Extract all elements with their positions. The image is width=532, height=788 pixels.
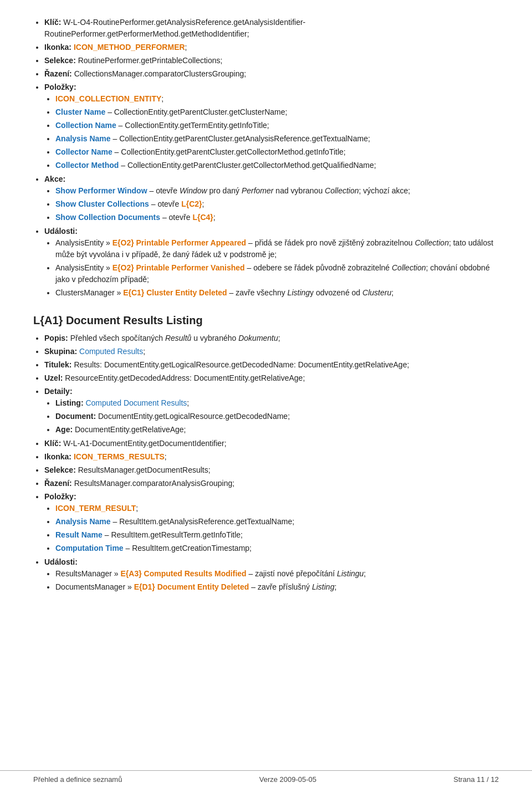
udalosti-label: Události:	[44, 227, 78, 236]
uzel-value: ResourceEntity.getDecodedAddress: Docume…	[65, 373, 305, 382]
icon-collection-entity: ICON_COLLECTION_ENTITY	[55, 94, 161, 103]
event-cluster-deleted: ClustersManager » E{C1} Cluster Entity D…	[55, 287, 499, 299]
list-item: Analysis Name – ResultItem.getAnalysisRe…	[55, 516, 499, 528]
list-item: Selekce: ResultsManager.getDocumentResul…	[44, 464, 499, 476]
lc2-code: L{C2}	[181, 199, 202, 208]
akce-item: Akce: Show Performer Window – otevře Win…	[44, 173, 499, 223]
event-cluster-deleted-label: E{C1} Cluster Entity Deleted	[123, 288, 227, 297]
show-collection-documents-item: Show Collection Documents – otevře L{C4}…	[55, 212, 499, 223]
skupina-label: Skupina:	[44, 347, 79, 356]
udalosti-list: AnalysisEntity » E{O2} Printable Perform…	[55, 237, 499, 299]
akce-list: Show Performer Window – otevře Window pr…	[55, 185, 499, 223]
list-item: Klíč: W-L-A1-DocumentEntity.getDocumentI…	[44, 438, 499, 449]
show-cluster-collections-label: Show Cluster Collections	[55, 199, 149, 208]
list-item: Popis: Přehled všech spočítaných Resultů…	[44, 332, 499, 344]
event-appeared: AnalysisEntity » E{O2} Printable Perform…	[55, 237, 499, 260]
udalosti2-list: ResultsManager » E{A3} Computed Results …	[55, 568, 499, 593]
listing-label: Listing:	[55, 398, 85, 407]
list-item: Klíč: W-L-O4-RoutinePerformer.getAnalysi…	[44, 17, 499, 40]
klic2-label: Klíč:	[44, 439, 63, 448]
list-item: Age: DocumentEntity.getRelativeAge;	[55, 424, 499, 436]
list-item: Řazení: ResultsManager.comparatorAnalysi…	[44, 478, 499, 489]
selekce2-value: ResultsManager.getDocumentResults;	[78, 465, 211, 474]
event-vanished-label: E{O2} Printable Performer Vanished	[112, 263, 245, 272]
ikonka2-value: ICON_TERMS_RESULTS	[74, 452, 165, 461]
razeni2-value: ResultsManager.comparatorAnalysisGroupin…	[74, 479, 234, 488]
list-item: Document: DocumentEntity.getLogicalResou…	[55, 411, 499, 422]
detaily-list: Listing: Computed Document Results; Docu…	[55, 397, 499, 436]
event-vanished: AnalysisEntity » E{O2} Printable Perform…	[55, 262, 499, 285]
list-item: Selekce: RoutinePerformer.getPrintableCo…	[44, 55, 499, 66]
list-item: Analysis Name – CollectionEntity.getPare…	[55, 133, 499, 145]
polozky2-item: Položky: ICON_TERM_RESULT; Analysis Name…	[44, 491, 499, 554]
titulek-value: Results: DocumentEntity.getLogicalResour…	[74, 360, 409, 369]
document-label: Document:	[55, 412, 98, 421]
collector-method-label: Collector Method	[55, 161, 119, 170]
show-cluster-collections-item: Show Cluster Collections – otevře L{C2};	[55, 198, 499, 210]
polozky-item: Položky: ICON_COLLECTION_ENTITY; Cluster…	[44, 81, 499, 171]
main-list: Klíč: W-L-O4-RoutinePerformer.getAnalysi…	[44, 17, 499, 299]
list-item: Ikonka: ICON_TERMS_RESULTS;	[44, 451, 499, 463]
popis-label: Popis:	[44, 334, 70, 342]
list-item: ICON_TERM_RESULT;	[55, 503, 499, 514]
razeni2-label: Řazení:	[44, 479, 74, 488]
list-item: Result Name – ResultItem.getResultTerm.g…	[55, 529, 499, 541]
event-document-deleted-label: E{D1} Document Entity Deleted	[134, 582, 249, 591]
list-item: Collector Method – CollectionEntity.getP…	[55, 160, 499, 171]
list-item: Collection Name – CollectionEntity.getTe…	[55, 120, 499, 131]
footer: Přehled a definice seznamů Verze 2009-05…	[0, 770, 532, 788]
ikonka2-label: Ikonka:	[44, 452, 74, 461]
section2-list: Popis: Přehled všech spočítaných Resultů…	[44, 332, 499, 593]
list-item: Listing: Computed Document Results;	[55, 397, 499, 409]
selekce-value: RoutinePerformer.getPrintableCollections…	[78, 56, 223, 65]
footer-left: Přehled a definice seznamů	[33, 775, 122, 784]
titulek-label: Titulek:	[44, 360, 74, 369]
show-performer-window-label: Show Performer Window	[55, 186, 147, 195]
list-item: Computation Time – ResultItem.getCreatio…	[55, 543, 499, 554]
klic2-value: W-L-A1-DocumentEntity.getDocumentIdentif…	[63, 439, 226, 448]
list-item: ICON_COLLECTION_ENTITY;	[55, 93, 499, 105]
detaily-label: Detaily:	[44, 387, 73, 396]
footer-right: Strana 11 / 12	[453, 775, 499, 784]
polozky2-label: Položky:	[44, 492, 76, 501]
klic-label: Klíč:	[44, 18, 63, 27]
cluster-name-label: Cluster Name	[55, 108, 105, 116]
akce-label: Akce:	[44, 175, 65, 183]
age-value: DocumentEntity.getRelativeAge;	[75, 425, 186, 434]
list-item: Titulek: Results: DocumentEntity.getLogi…	[44, 359, 499, 371]
show-collection-documents-label: Show Collection Documents	[55, 213, 160, 222]
udalosti2-item: Události: ResultsManager » E{A3} Compute…	[44, 556, 499, 593]
lc4-code: L{C4}	[192, 213, 213, 222]
list-item: Ikonka: ICON_METHOD_PERFORMER;	[44, 42, 499, 53]
icon-term-result: ICON_TERM_RESULT	[55, 504, 136, 513]
footer-center: Verze 2009-05-05	[259, 775, 316, 784]
age-label: Age:	[55, 425, 75, 434]
collection-name-label: Collection Name	[55, 121, 116, 130]
section2-title: L{A1} Document Results Listing	[33, 314, 499, 327]
razeni-value: CollectionsManager.comparatorClustersGro…	[74, 69, 246, 78]
ikonka-label: Ikonka:	[44, 43, 74, 52]
show-performer-window-item: Show Performer Window – otevře Window pr…	[55, 185, 499, 197]
analysis-name2-label: Analysis Name	[55, 517, 111, 526]
event-document-deleted: DocumentsManager » E{D1} Document Entity…	[55, 581, 499, 593]
document-value: DocumentEntity.getLogicalResource.getDec…	[98, 412, 290, 421]
page-content: Klíč: W-L-O4-RoutinePerformer.getAnalysi…	[0, 0, 532, 639]
listing-value: Computed Document Results	[85, 398, 187, 407]
list-item: Skupina: Computed Results;	[44, 346, 499, 357]
udalosti-item: Události: AnalysisEntity » E{O2} Printab…	[44, 226, 499, 299]
analysis-name-label: Analysis Name	[55, 134, 111, 143]
klic-value: W-L-O4-RoutinePerformer.getAnalysisRefer…	[44, 18, 305, 38]
event-computed-modified: ResultsManager » E{A3} Computed Results …	[55, 568, 499, 580]
polozky-list: ICON_COLLECTION_ENTITY; Cluster Name – C…	[55, 93, 499, 171]
polozky2-list: ICON_TERM_RESULT; Analysis Name – Result…	[55, 503, 499, 554]
skupina-value: Computed Results	[79, 347, 143, 356]
computation-time-label: Computation Time	[55, 544, 124, 552]
detaily-item: Detaily: Listing: Computed Document Resu…	[44, 386, 499, 436]
event-computed-modified-label: E{A3} Computed Results Modified	[121, 569, 247, 578]
udalosti2-label: Události:	[44, 557, 78, 566]
ikonka-value: ICON_METHOD_PERFORMER	[74, 43, 185, 52]
list-item: Řazení: CollectionsManager.comparatorClu…	[44, 68, 499, 80]
selekce2-label: Selekce:	[44, 465, 78, 474]
list-item: Collector Name – CollectionEntity.getPar…	[55, 146, 499, 158]
event-appeared-label: E{O2} Printable Performer Appeared	[112, 238, 246, 247]
